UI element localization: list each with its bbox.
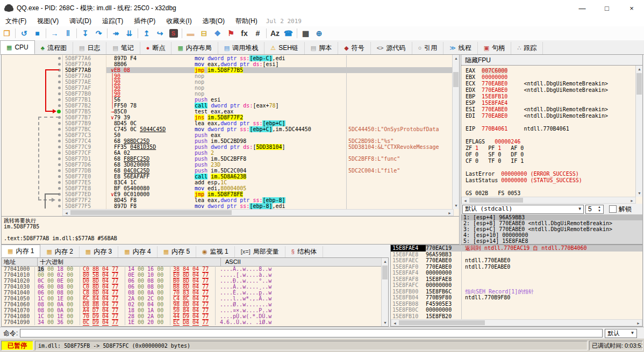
register-row[interactable] <box>466 119 636 126</box>
register-row[interactable]: OF 0 SF 0 DF 0 <box>466 152 636 158</box>
tab-watch1[interactable]: ◉监视 1 <box>196 246 235 257</box>
bookmarks-button[interactable]: ⚑ <box>224 27 238 39</box>
disasm-row[interactable]: 5D8F77C468 98BDC25Dpush im.5DC2BD985DC2B… <box>2 138 459 144</box>
menu-item[interactable]: 帮助(H) <box>230 16 263 26</box>
tab-graph[interactable]: ♣流程图 <box>35 42 73 54</box>
register-row[interactable]: EDI 770EABE0 <ntdll.DbgUiRemoteBreakin> <box>466 113 636 119</box>
run-button[interactable]: → <box>48 27 61 39</box>
stack-row[interactable]: 15E8FB0015E8FB6C指向SEH_Record[1]的指针 <box>391 289 642 295</box>
register-row[interactable]: ESI 770EABE0 <ntdll.DbgUiRemoteBreakin> <box>466 106 636 113</box>
breakpoint-dot[interactable] <box>58 128 61 131</box>
memory-row[interactable]: 77041090340036000CD904771E002000ECD80477… <box>2 319 388 325</box>
disasm-row[interactable]: 5D8F77ED∨E9 0C010000jmp im.5D8F78FE <box>2 191 459 197</box>
address-column-header[interactable]: 地址 <box>2 258 38 266</box>
memory-row[interactable]: 7704107008000A00A4D7047718001A0050840477… <box>2 307 388 313</box>
disasm-row[interactable]: 5D8F77C9FF35 0481D35Dpush dword ptr ds:[… <box>2 144 459 150</box>
tab-log[interactable]: ▤日志 <box>73 42 106 54</box>
disasm-row[interactable]: 5D8F77E583C4 1Cadd esp,1C <box>2 179 459 185</box>
menu-item[interactable]: 收藏夹(I) <box>161 16 197 26</box>
menu-item[interactable]: 选项(O) <box>197 16 230 26</box>
disasm-row[interactable]: 5D8F77CF6A 02push 2 <box>2 150 459 156</box>
tab-symbols[interactable]: ◆符号 <box>338 42 370 54</box>
pause-button[interactable]: ‖ <box>61 27 75 39</box>
disasm-row[interactable]: 5D8F77B2│FF50 78call dword ptr ds:[eax+7… <box>2 103 459 109</box>
breakpoint-dot[interactable] <box>58 152 61 154</box>
tab-threads[interactable]: ≫线程 <box>443 42 478 54</box>
register-row[interactable]: GS 002B FS 0053 <box>466 190 636 197</box>
argument-depth-stepper[interactable]: 5 ▲▼ <box>585 205 604 214</box>
menu-item[interactable]: 调试(D) <box>64 16 97 26</box>
breakpoint-dot[interactable] <box>58 57 61 60</box>
tab-dump5[interactable]: ▦内存 5 <box>158 246 196 257</box>
breakpoint-dot[interactable] <box>58 199 61 202</box>
command-type-select[interactable]: 默认 ▼ <box>605 329 637 338</box>
tab-breakpoints[interactable]: ●断点 <box>140 42 172 54</box>
hide-fpu-button[interactable]: 隐藏FPU <box>461 55 642 66</box>
tab-memorymap[interactable]: ▦内存布局 <box>171 42 218 54</box>
breakpoint-dot[interactable] <box>58 69 61 71</box>
tab-struct[interactable]: §结构体 <box>285 246 323 257</box>
register-row[interactable]: ECX 770EABE0 <ntdll.DbgUiRemoteBreakin> <box>466 81 636 87</box>
stack-row[interactable]: 15E8FB08F45905E3 <box>391 301 642 307</box>
breakpoint-dot[interactable] <box>58 163 61 166</box>
breakpoint-dot[interactable] <box>58 75 61 77</box>
breakpoint-dot[interactable] <box>58 175 61 178</box>
stack-row[interactable]: 15E8FB04770B9F80ntdll.770B9F80 <box>391 294 642 301</box>
register-row[interactable]: EDX 770EABE0 <ntdll.DbgUiRemoteBreakin> <box>466 87 636 94</box>
tab-notes[interactable]: ▤笔记 <box>106 42 140 54</box>
stack-row[interactable]: 15E8FB1015E8FB20 <box>391 313 642 320</box>
stack-row[interactable]: 15E8FAF400000000 <box>391 270 642 276</box>
step-out-button[interactable]: ↥ <box>140 27 153 39</box>
stack-row[interactable]: 15E8FAEC770EABE0ntdll.770EABE0 <box>391 257 642 264</box>
stack-row[interactable]: 15E8FB0C00000000 <box>391 307 642 313</box>
breakpoint-dot[interactable] <box>58 134 61 137</box>
disasm-row[interactable]: 5D8F77C350push eax <box>2 132 459 138</box>
minimize-button[interactable]: — <box>570 0 595 16</box>
disasm-row[interactable]: 5D8F77D668 3D020000push 23D <box>2 162 459 168</box>
register-row[interactable]: EFLAGS 00000246 <box>466 139 636 145</box>
memory-row[interactable]: 770410501C001E006C8404772A002C00C48C0477… <box>2 296 388 301</box>
breakpoint-dot[interactable] <box>58 146 61 148</box>
register-row[interactable]: ESP 15E8FAE4 <box>466 100 636 106</box>
register-row[interactable]: LastStatus 00000000 (STATUS_SUCCESS) <box>466 177 636 184</box>
disasm-row[interactable]: 5D8F77AF│90nop <box>2 85 459 91</box>
disasm-row[interactable]: 5D8F77B1│56push esi <box>2 97 459 103</box>
unlock-checkbox[interactable] <box>609 205 617 213</box>
breakpoint-dot[interactable] <box>58 169 61 172</box>
seh-button[interactable]: S <box>167 27 180 39</box>
tab-locals[interactable]: [x=]局部变量 <box>235 246 285 257</box>
memory-vscrollbar[interactable]: ▲ ▼ <box>381 258 388 326</box>
stack-row[interactable]: 15E8FAE896A59BB3 <box>391 252 642 258</box>
disasm-row[interactable]: 5D8F77B98D45 0Clea eax,dword ptr ss:[ebp… <box>2 120 459 126</box>
disasm-row[interactable]: 5D8F77B7∨79 39jns im.5D8F77F2 <box>2 114 459 120</box>
disasm-row[interactable]: 5D8F77B0│90nop <box>2 91 459 97</box>
breakpoint-dot[interactable] <box>58 193 61 196</box>
register-row[interactable]: EAX 007C6000 <box>466 68 636 74</box>
breakpoint-dot[interactable] <box>58 92 61 95</box>
modules-button[interactable]: ☎ <box>282 27 295 39</box>
disassembly-hscrollbar[interactable]: ◄ ► <box>62 209 454 216</box>
argument-row[interactable]: 2: [esp+8] 770EABE0 <ntdll.DbgUiRemoteBr… <box>461 220 642 226</box>
memory-row[interactable]: 7704100016001800C08B04771400160038840477… <box>2 266 388 272</box>
ascii-button[interactable]: Az <box>268 27 282 39</box>
stepper-arrows-icon[interactable]: ▲▼ <box>598 205 601 213</box>
register-row[interactable]: EBP 15E8FB10 <box>466 94 636 100</box>
argument-row[interactable]: 1: [esp+4] 96A59BB3 <box>461 214 642 220</box>
ascii-column-header[interactable]: ASCII <box>221 258 241 266</box>
tab-callstack[interactable]: ▤调用堆栈 <box>218 42 264 54</box>
close-button[interactable]: × <box>619 0 644 16</box>
calling-convention-select[interactable]: 默认 (stdcall) ▼ <box>462 205 584 214</box>
tab-trace[interactable]: ∴跟踪 <box>511 42 543 54</box>
tab-dump3[interactable]: ▦内存 3 <box>80 246 118 257</box>
breakpoint-dot[interactable] <box>58 116 61 119</box>
step-into-button[interactable]: ↧ <box>78 27 92 39</box>
register-row[interactable]: LastError 00000000 (ERROR_SUCCESS) <box>466 171 636 177</box>
menu-item[interactable]: 插件(P) <box>128 16 161 26</box>
disasm-row[interactable]: 5D8F77AB∨EB 08jmp im.5D8F77B5 <box>2 67 459 73</box>
registers-hscrollbar[interactable]: ◄ ► <box>461 197 636 204</box>
breakpoint-dot[interactable] <box>58 122 61 125</box>
internet-button[interactable]: ⊕ <box>312 27 326 39</box>
stack-hscrollbar[interactable]: ◄ ► <box>391 319 642 326</box>
disasm-row[interactable]: 5D8F77E0E8 56EAFAFFcall im.5D8A623B <box>2 174 459 179</box>
menu-item[interactable]: 视图(V) <box>32 16 64 26</box>
